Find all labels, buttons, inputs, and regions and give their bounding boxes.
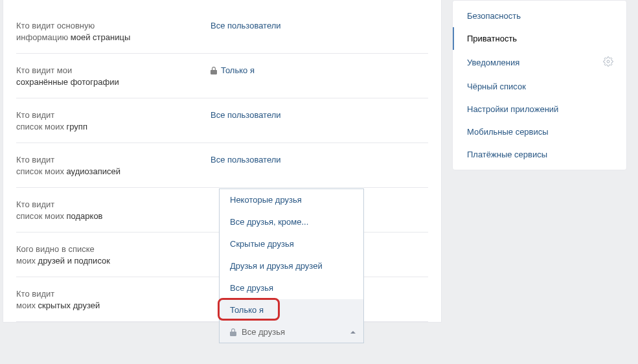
setting-value[interactable]: Только я (211, 63, 255, 76)
setting-label: Кто видит мои сохранённые фотографии (16, 63, 211, 88)
dropdown-option[interactable]: Друзья и друзья друзей (220, 255, 363, 277)
sidebar-item-apps[interactable]: Настройки приложений (453, 98, 626, 120)
dropdown-selected-label: Все друзья (242, 327, 285, 337)
setting-label: Кто видит список моих групп (16, 108, 211, 133)
sidebar-item-label: Платёжные сервисы (467, 150, 547, 159)
sidebar-item-label: Чёрный список (467, 82, 526, 91)
sidebar-item-label: Приватность (467, 34, 517, 43)
setting-row-basic-info: Кто видит основную информацию моей стран… (16, 9, 428, 54)
sidebar-item-label: Мобильные сервисы (467, 127, 549, 137)
svg-point-0 (607, 60, 610, 63)
dropdown-option[interactable]: Все друзья (220, 277, 363, 299)
setting-row-audio: Кто видит список моих аудиозаписей Все п… (16, 143, 428, 188)
setting-value[interactable]: Все пользователи (211, 108, 281, 121)
sidebar-item-label: Настройки приложений (467, 104, 558, 114)
sidebar-item-notifications[interactable]: Уведомления (453, 50, 626, 75)
chevron-up-icon (350, 331, 356, 334)
setting-label: Кто видит основную информацию моей стран… (16, 19, 211, 43)
privacy-dropdown: Некоторые друзья Все друзья, кроме... Ск… (219, 188, 364, 343)
setting-label: Кто видит список моих аудиозаписей (16, 153, 211, 177)
lock-icon (211, 67, 217, 74)
sidebar-item-blacklist[interactable]: Чёрный список (453, 75, 626, 98)
sidebar-item-label: Безопасность (467, 11, 521, 21)
setting-row-saved-photos: Кто видит мои сохранённые фотографии Тол… (16, 54, 428, 98)
sidebar-item-mobile[interactable]: Мобильные сервисы (453, 120, 626, 143)
dropdown-option[interactable]: Некоторые друзья (220, 189, 363, 211)
settings-sidebar: Безопасность Приватность Уведомления Чёр… (452, 0, 627, 170)
setting-value[interactable]: Все пользователи (211, 153, 281, 166)
dropdown-option-only-me[interactable]: Только я (220, 299, 363, 321)
setting-value[interactable]: Все пользователи (211, 19, 281, 32)
dropdown-selected[interactable]: Все друзья (220, 321, 363, 343)
lock-icon (230, 328, 236, 336)
setting-label: Кто видит список моих подарков (16, 198, 211, 222)
setting-label: Кто видит моих скрытых друзей (16, 287, 211, 312)
dropdown-option[interactable]: Скрытые друзья (220, 233, 363, 255)
gear-icon (603, 56, 613, 69)
setting-row-groups: Кто видит список моих групп Все пользова… (16, 98, 428, 143)
dropdown-option[interactable]: Все друзья, кроме... (220, 211, 363, 233)
sidebar-item-security[interactable]: Безопасность (453, 5, 626, 27)
sidebar-item-payments[interactable]: Платёжные сервисы (453, 143, 626, 166)
sidebar-item-label: Уведомления (467, 58, 519, 67)
setting-label: Кого видно в списке моих друзей и подпис… (16, 242, 211, 267)
sidebar-item-privacy[interactable]: Приватность (453, 27, 626, 50)
